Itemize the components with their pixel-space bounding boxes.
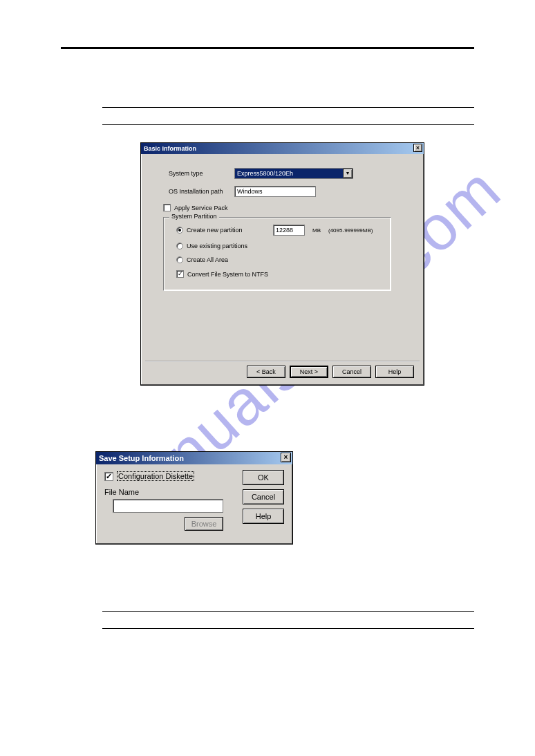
group-legend: System Partition — [169, 213, 219, 220]
page-rule — [102, 628, 474, 629]
configuration-diskette-checkbox[interactable]: ✓ Configuration Diskette — [104, 471, 229, 481]
dialog-titlebar[interactable]: Save Setup Information × — [96, 452, 292, 464]
cancel-button[interactable]: Cancel — [332, 366, 371, 378]
chevron-down-icon[interactable]: ▼ — [343, 169, 353, 178]
dialog-left-pane: ✓ Configuration Diskette File Name Brows… — [104, 471, 229, 531]
page-rule — [102, 611, 474, 612]
system-partition-group: System Partition Create new partition 12… — [163, 217, 391, 291]
page-top-rule — [61, 47, 474, 49]
cancel-button[interactable]: Cancel — [243, 489, 284, 504]
os-path-label: OS Installation path — [169, 188, 234, 195]
create-new-partition-label: Create new partition — [187, 227, 270, 234]
help-button[interactable]: Help — [375, 366, 414, 378]
page-rule — [102, 107, 474, 108]
dialog-body: ✓ Configuration Diskette File Name Brows… — [96, 464, 292, 544]
create-new-partition-radio[interactable]: Create new partition 12288 MB (4095-9999… — [176, 225, 382, 236]
radio-icon — [176, 243, 183, 249]
system-type-combobox[interactable]: Express5800/120Eh ▼ — [234, 168, 353, 179]
next-button[interactable]: Next > — [290, 366, 328, 378]
create-all-area-label: Create All Area — [187, 256, 228, 263]
page-rule — [102, 124, 474, 125]
dialog-body: System type Express5800/120Eh ▼ OS Insta… — [141, 154, 424, 298]
checkbox-icon — [163, 204, 171, 211]
radio-icon — [176, 227, 183, 234]
partition-size-value: 12288 — [276, 227, 293, 234]
help-button[interactable]: Help — [243, 509, 284, 524]
save-setup-information-dialog: Save Setup Information × ✓ Configuration… — [95, 451, 293, 545]
dialog-titlebar[interactable]: Basic Information × — [141, 143, 424, 154]
radio-icon — [176, 256, 183, 263]
file-name-input[interactable] — [113, 499, 223, 513]
apply-service-pack-label: Apply Service Pack — [174, 205, 228, 211]
mb-unit-label: MB — [312, 227, 321, 234]
file-name-label: File Name — [104, 488, 229, 496]
apply-service-pack-checkbox[interactable]: Apply Service Pack — [163, 204, 403, 211]
dialog-button-column: OK Cancel Help — [243, 470, 284, 524]
os-path-value: Windows — [237, 188, 263, 195]
close-icon[interactable]: × — [413, 144, 422, 152]
system-type-label: System type — [169, 170, 234, 177]
create-all-area-radio[interactable]: Create All Area — [176, 256, 382, 263]
button-divider — [145, 361, 420, 361]
basic-information-dialog: Basic Information × System type Express5… — [140, 142, 424, 386]
use-existing-partitions-radio[interactable]: Use existing partitions — [176, 243, 382, 249]
mb-range-label: (4095-999999MB) — [328, 227, 373, 234]
use-existing-partitions-label: Use existing partitions — [187, 243, 247, 249]
os-path-row: OS Installation path Windows — [169, 186, 403, 197]
ok-button[interactable]: OK — [243, 470, 284, 485]
os-path-input[interactable]: Windows — [234, 186, 316, 197]
dialog-title: Basic Information — [144, 145, 196, 152]
convert-ntfs-checkbox[interactable]: ✓ Convert File System to NTFS — [176, 270, 382, 278]
browse-button[interactable]: Browse — [185, 517, 223, 531]
convert-ntfs-label: Convert File System to NTFS — [187, 271, 268, 278]
checkbox-icon: ✓ — [104, 472, 113, 481]
system-type-value: Express5800/120Eh — [235, 169, 343, 178]
configuration-diskette-label: Configuration Diskette — [117, 471, 194, 481]
dialog-title: Save Setup Information — [99, 454, 184, 462]
partition-size-input[interactable]: 12288 — [273, 225, 305, 236]
close-icon[interactable]: × — [281, 453, 291, 462]
dialog-button-row: < Back Next > Cancel Help — [247, 366, 414, 378]
back-button[interactable]: < Back — [247, 366, 285, 378]
checkbox-icon: ✓ — [176, 270, 184, 278]
system-type-row: System type Express5800/120Eh ▼ — [169, 168, 403, 179]
